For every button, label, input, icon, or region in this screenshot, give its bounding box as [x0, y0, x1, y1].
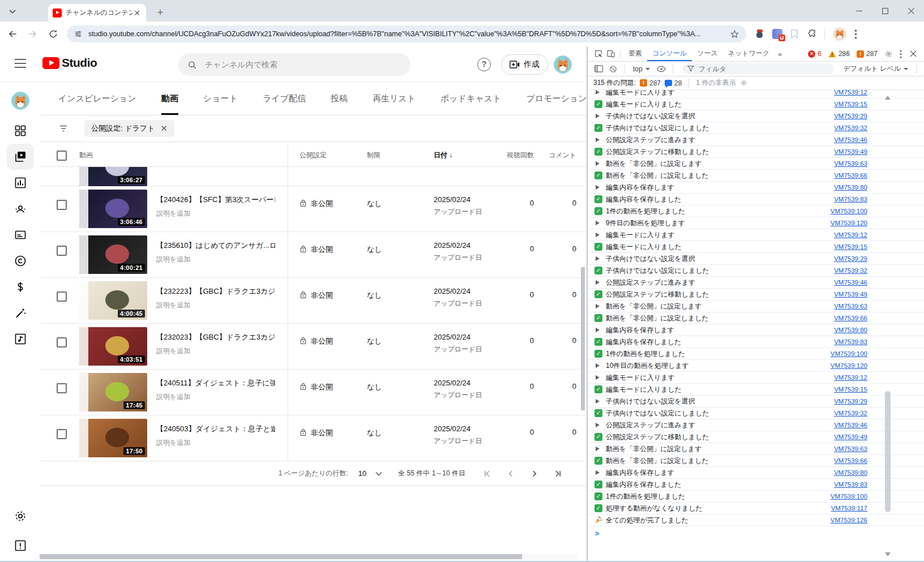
console-source-link[interactable]: VM7539:83	[834, 196, 867, 203]
row-checkbox[interactable]	[57, 337, 67, 348]
visibility-label[interactable]: 非公開	[311, 199, 333, 209]
video-title[interactable]: 【232023】【GBC】ドラクエ3カジュ...	[156, 332, 275, 342]
console-source-link[interactable]: VM7539:120	[831, 362, 867, 369]
console-message[interactable]: ✓ 動画を「非公開」に設定しました VM7539:66	[588, 455, 924, 467]
console-source-link[interactable]: VM7539:80	[834, 184, 867, 191]
sidebar-item-feedback[interactable]	[7, 533, 34, 559]
console-source-link[interactable]: VM7539:66	[834, 457, 867, 464]
console-source-link[interactable]: VM7539:49	[834, 434, 867, 440]
log-level-selector[interactable]: デフォルト レベル	[840, 64, 911, 74]
channel-avatar[interactable]	[11, 92, 29, 110]
window-close-button[interactable]	[898, 0, 924, 22]
horizontal-scrollbar-thumb[interactable]	[40, 554, 522, 559]
console-message[interactable]: ✓ 子供向けではない設定を選択 VM7539:29	[588, 396, 924, 407]
header-restrictions[interactable]: 制限	[356, 142, 424, 166]
console-source-link[interactable]: VM7539:32	[834, 125, 867, 131]
console-source-link[interactable]: VM7539:100	[831, 350, 867, 357]
video-thumbnail[interactable]: 4:00:21	[79, 235, 147, 274]
expand-arrow-icon[interactable]	[596, 399, 600, 404]
select-all-checkbox[interactable]	[57, 151, 67, 161]
console-prompt[interactable]: >	[588, 526, 924, 540]
console-source-link[interactable]: VM7539:120	[831, 220, 867, 226]
rows-per-page-select[interactable]: 10	[356, 469, 382, 478]
visibility-label[interactable]: 非公開	[311, 290, 333, 301]
console-message[interactable]: ✓ 編集内容を保存しました VM7539:83	[588, 479, 924, 491]
next-page-button[interactable]	[529, 468, 540, 479]
row-checkbox[interactable]	[57, 383, 67, 393]
bird-extension-icon[interactable]	[755, 29, 764, 38]
video-thumbnail[interactable]: 4:00:45	[79, 281, 147, 320]
console-source-link[interactable]: VM7539:29	[834, 255, 867, 262]
video-thumbnail[interactable]: 3:06:27	[79, 167, 147, 186]
console-source-link[interactable]: VM7539:46	[834, 136, 867, 143]
console-message[interactable]: ✓ 公開設定ステップに移動しました VM7539:49	[588, 146, 924, 158]
console-message[interactable]: ✓ 編集内容を保存しました VM7539:83	[588, 194, 924, 205]
video-title[interactable]: 【240503】ダイジェスト：息子と遊...	[156, 424, 275, 434]
console-message[interactable]: ✓ 公開設定ステップに移動しました VM7539:49	[588, 289, 924, 301]
video-thumbnail[interactable]: 3:06:46	[79, 190, 147, 228]
console-message[interactable]: ✓ 公開設定ステップに移動しました VM7539:49	[588, 431, 924, 443]
inspect-element-icon[interactable]	[592, 48, 605, 59]
menu-hamburger-icon[interactable]	[15, 59, 26, 68]
extensions-puzzle-icon[interactable]	[806, 29, 816, 39]
video-title[interactable]: 【235610】はじめてのアンサガ...ロ...	[156, 241, 275, 251]
console-source-link[interactable]: VM7539:29	[834, 398, 867, 405]
browser-menu-icon[interactable]	[854, 29, 857, 39]
console-source-link[interactable]: VM7539:66	[834, 172, 867, 179]
console-filter-input[interactable]	[698, 65, 829, 74]
console-source-link[interactable]: VM7539:15	[834, 101, 867, 108]
sidebar-item-analytics[interactable]	[7, 170, 34, 196]
hidden-settings-gear-icon[interactable]	[740, 79, 747, 87]
sidebar-item-subtitles[interactable]	[7, 222, 34, 248]
console-message[interactable]: ✓ 動画を「非公開」に設定します VM7539:63	[588, 443, 924, 455]
expand-arrow-icon[interactable]	[596, 161, 600, 166]
console-scrollbar-thumb[interactable]	[885, 391, 891, 512]
console-source-link[interactable]: VM7539:83	[834, 481, 867, 488]
devtools-tab-0[interactable]: 要素	[623, 46, 647, 61]
visibility-label[interactable]: 非公開	[311, 336, 333, 346]
video-title[interactable]: 【240426】【SFC】第3次スーパーロ...	[156, 195, 275, 205]
studio-tab-5[interactable]: 再生リスト	[373, 83, 416, 115]
expand-arrow-icon[interactable]	[596, 233, 600, 237]
new-tab-button[interactable]: +	[153, 5, 168, 20]
expand-arrow-icon[interactable]	[596, 304, 600, 308]
console-message[interactable]: ✓ 動画を「非公開」に設定しました VM7539:66	[588, 170, 924, 182]
header-views[interactable]: 視聴回数	[503, 142, 534, 166]
console-message[interactable]: ✓ 編集内容を保存します VM7539:80	[588, 467, 924, 479]
last-page-button[interactable]	[553, 468, 564, 479]
console-source-link[interactable]: VM7539:46	[834, 279, 867, 286]
bookmark-flag-extension-icon[interactable]	[790, 29, 798, 38]
console-source-link[interactable]: VM7539:49	[834, 148, 867, 155]
console-source-link[interactable]: VM7539:100	[831, 208, 867, 214]
video-title[interactable]: 【240511】ダイジェスト：息子に強...	[156, 378, 275, 388]
studio-tab-2[interactable]: ショート	[203, 83, 238, 115]
console-message[interactable]: ✓ 公開設定ステップに進みます VM7539:46	[588, 134, 924, 146]
studio-tab-7[interactable]: プロモーション	[526, 83, 587, 115]
console-message[interactable]: ✓ 動画を「非公開」に設定します VM7539:63	[588, 158, 924, 170]
console-source-link[interactable]: VM7539:15	[834, 386, 867, 393]
context-selector[interactable]: top	[630, 65, 653, 73]
console-source-link[interactable]: VM7539:32	[834, 267, 867, 274]
console-source-link[interactable]: VM7539:66	[834, 315, 867, 321]
visibility-label[interactable]: 非公開	[311, 428, 333, 438]
row-checkbox[interactable]	[57, 291, 67, 302]
header-date[interactable]: 日付 ↓	[424, 142, 503, 166]
expand-arrow-icon[interactable]	[596, 256, 600, 261]
console-message[interactable]: ✓ 子供向けではない設定にしました VM7539:32	[588, 407, 924, 419]
reload-button[interactable]	[45, 26, 61, 42]
devtools-tab-2[interactable]: ソース	[692, 46, 723, 61]
issues-bar-messages[interactable]: 28	[665, 79, 682, 87]
error-count-badge[interactable]: ✕6	[808, 50, 822, 58]
expand-arrow-icon[interactable]	[596, 280, 600, 285]
visibility-label[interactable]: 非公開	[311, 382, 333, 392]
scroll-up-icon[interactable]	[885, 96, 891, 100]
console-message[interactable]: ✓ 編集内容を保存しました VM7539:83	[588, 336, 924, 348]
expand-arrow-icon[interactable]	[596, 185, 600, 190]
console-message[interactable]: ✓ 全ての処理が完了しました VM7539:126	[588, 514, 924, 526]
url-text[interactable]: studio.youtube.com/channel/UCDAcg3naFuOZ…	[88, 30, 730, 38]
expand-arrow-icon[interactable]	[596, 375, 600, 380]
expand-arrow-icon[interactable]	[596, 363, 600, 368]
horizontal-scrollbar[interactable]	[35, 554, 579, 560]
expand-arrow-icon[interactable]	[596, 138, 600, 142]
devtools-tab-1[interactable]: コンソール	[647, 46, 692, 61]
